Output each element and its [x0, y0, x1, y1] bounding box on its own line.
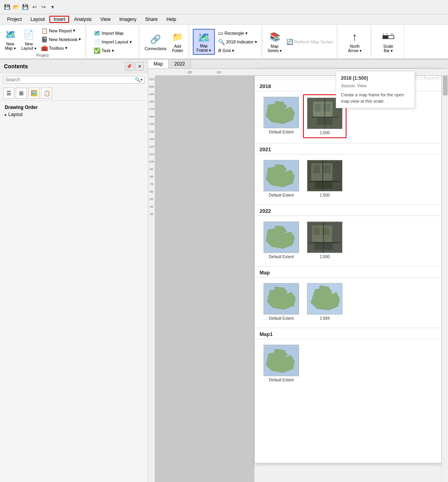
refresh-map-series-button[interactable]: 🔄 Refresh Map Series — [285, 38, 334, 46]
new-layout-button[interactable]: 📄 NewLayout ▾ — [20, 28, 38, 51]
2022-tab[interactable]: 2022 — [169, 60, 191, 68]
2018-500-label: 1:500 — [320, 131, 329, 135]
menu-help[interactable]: Help — [162, 16, 180, 23]
tab-bar: Map 2022 — [148, 60, 448, 69]
2022-500-item[interactable]: 1:500 — [303, 219, 346, 261]
2022-500-thumb — [307, 221, 343, 253]
map1-default-item[interactable]: Default Extent — [260, 342, 303, 384]
sep6 — [371, 26, 372, 57]
scale-bar-button[interactable]: 0 5 10 ScaleBar ▾ — [380, 30, 396, 54]
svg-rect-31 — [322, 227, 329, 235]
2021-500-item[interactable]: 1:500 — [303, 158, 346, 200]
extent-indicator-label: 2018 — [226, 39, 235, 44]
2021-500-label: 1:500 — [320, 193, 329, 197]
northarrow-group-items: ↑ NorthArrow ▾ — [346, 26, 363, 58]
ribbon-content: 🗺️ NewMap ▾ 📄 NewLayout ▾ 📋 New Report ▾… — [0, 24, 448, 59]
ribbon: 🗺️ NewMap ▾ 📄 NewLayout ▾ 📋 New Report ▾… — [0, 24, 448, 60]
new-notebook-button[interactable]: 📓 New Notebook ▾ — [40, 36, 83, 43]
detail-view-btn[interactable]: 📋 — [41, 88, 52, 99]
redo-btn[interactable]: ↪ — [40, 3, 47, 11]
ribbon-group-new: 🗺️ NewMap ▾ 📄 NewLayout ▾ 📋 New Report ▾… — [0, 24, 85, 58]
thumbnail-view-btn[interactable]: 🖼️ — [28, 88, 40, 99]
map-frame-label: MapFrame ▾ — [197, 44, 211, 53]
2021-default-thumb — [264, 160, 299, 191]
menu-view[interactable]: View — [96, 16, 115, 23]
search-dropdown-icon[interactable]: ▾ — [141, 78, 143, 82]
toolbox-button[interactable]: 🧰 Toolbox ▾ — [40, 44, 83, 52]
menu-imagery[interactable]: Imagery — [115, 16, 140, 23]
menu-layout[interactable]: Layout — [26, 16, 49, 23]
north-arrow-button[interactable]: ↑ NorthArrow ▾ — [346, 30, 363, 54]
dropdown-scrollbar[interactable] — [442, 69, 448, 482]
2022-default-item[interactable]: Default Extent — [260, 219, 303, 261]
qat-dropdown[interactable]: ▾ — [49, 3, 56, 11]
menu-share[interactable]: Share — [141, 16, 162, 23]
map-series-icon: 📚 — [268, 31, 281, 43]
svg-rect-10 — [315, 104, 321, 112]
layout-arrow-icon: ▸ — [5, 113, 7, 117]
import-layout-button[interactable]: 📄 Import Layout ▾ — [92, 38, 133, 46]
drawing-order-item: Drawing Order — [3, 104, 145, 111]
rectangle-button[interactable]: ▭ Rectangle ▾ — [216, 29, 259, 37]
menu-project[interactable]: Project — [3, 16, 26, 23]
grid-button[interactable]: # Grid ▾ — [216, 47, 259, 54]
sidebar-search-box[interactable]: 🔍 ▾ — [3, 76, 145, 84]
connections-group-items: 🔗 Connections 📁 AddFolder — [143, 26, 186, 58]
new-report-label: New Report — [49, 28, 72, 33]
task-label: Task ▾ — [102, 48, 114, 53]
extent-indicator-icon: 🔍 — [218, 39, 225, 45]
tooltip-title: 2018 (1:500) — [341, 75, 410, 82]
section-map-label: Map — [255, 266, 441, 277]
save2-btn[interactable]: 💾 — [21, 3, 29, 11]
add-folder-button[interactable]: 📁 AddFolder — [170, 30, 186, 54]
import-map-label: Import Map — [102, 31, 124, 36]
ruler-side: 210 200 190 180 170 160 150 140 130 120 … — [148, 76, 155, 482]
map-canvas — [155, 76, 254, 482]
open-btn[interactable]: 📂 — [12, 3, 20, 11]
rectangle-icon: ▭ — [218, 30, 223, 36]
menu-analysis[interactable]: Analysis — [70, 16, 96, 23]
list-view-btn[interactable]: ☰ — [3, 88, 14, 99]
ribbon-group-mapseries: 📚 MapSeries ▾ 🔄 Refresh Map Series — [264, 24, 337, 58]
section-2022-label: 2022 — [255, 205, 441, 216]
menu-insert[interactable]: Insert — [49, 16, 69, 23]
north-arrow-icon: ↑ — [348, 31, 361, 43]
section-2018-items: Default Extent — [255, 91, 441, 143]
svg-text:10: 10 — [391, 33, 393, 35]
2021-default-item[interactable]: Default Extent — [260, 158, 303, 200]
ribbon-group-mapframe: 🗺️ MapFrame ▾ ▭ Rectangle ▾ 🔍 2018 Indic… — [190, 24, 262, 58]
mapframe-dropdown[interactable]: All ▾ 2018 Def — [254, 69, 442, 463]
drawing-order-label: Drawing Order — [5, 105, 38, 110]
search-input[interactable] — [5, 77, 135, 83]
undo-btn[interactable]: ↩ — [30, 3, 38, 11]
2018-default-thumb — [264, 97, 299, 128]
toolbox-icon: 🧰 — [41, 45, 48, 51]
2021-default-label: Default Extent — [269, 193, 294, 197]
new-report-button[interactable]: 📋 New Report ▾ — [40, 27, 83, 35]
import-layout-icon: 📄 — [94, 39, 100, 45]
new-map-button[interactable]: 🗺️ NewMap ▾ — [2, 28, 18, 51]
map-default-item[interactable]: Default Extent — [260, 281, 303, 323]
connections-button[interactable]: 🔗 Connections — [143, 32, 168, 52]
task-button[interactable]: ✅ Task ▾ — [92, 47, 133, 54]
layout-tree-item[interactable]: ▸ Layout — [3, 111, 145, 118]
new-notebook-icon: 📓 — [41, 36, 48, 43]
map-tab[interactable]: Map — [148, 60, 169, 68]
sep2 — [139, 26, 140, 57]
import-group-items: 🗺️ Import Map 📄 Import Layout ▾ ✅ Task ▾ — [92, 26, 133, 58]
project-group-label: Project — [36, 53, 49, 58]
map-default-thumb — [264, 283, 299, 315]
close-sidebar-btn[interactable]: ✕ — [135, 62, 144, 71]
extent-indicator-button[interactable]: 🔍 2018 Indicator ▾ — [216, 38, 259, 46]
map-frame-button[interactable]: 🗺️ MapFrame ▾ — [193, 29, 215, 55]
map-684-item[interactable]: 1:684 — [303, 281, 346, 323]
2018-default-extent[interactable]: Default Extent — [260, 94, 303, 138]
tree-view-btn[interactable]: ⊞ — [16, 88, 27, 99]
import-map-button[interactable]: 🗺️ Import Map — [92, 29, 133, 37]
save-btn[interactable]: 💾 — [3, 3, 11, 11]
2021-500-thumb — [307, 160, 343, 191]
map-series-button[interactable]: 📚 MapSeries ▾ — [266, 30, 283, 54]
map-684-thumb — [307, 283, 343, 315]
2022-default-label: Default Extent — [269, 255, 294, 259]
pin-sidebar-btn[interactable]: 📌 — [125, 62, 134, 71]
